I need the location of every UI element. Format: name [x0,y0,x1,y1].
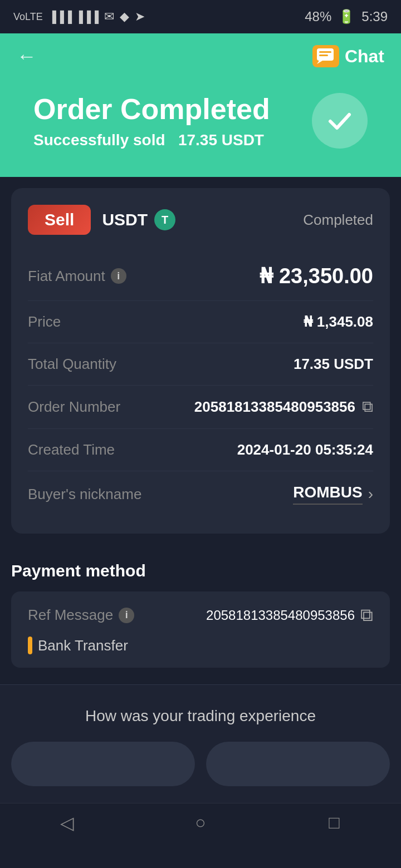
ref-message-info-icon[interactable]: i [119,608,134,623]
coin-label: USDT [102,210,148,229]
network-icons: ▐▐▐ ▐▐▐ [48,11,99,23]
yellow-bar-icon [28,637,32,654]
time-display: 5:39 [361,9,388,24]
chat-icon [312,45,339,67]
order-card: Sell USDT T Completed Fiat Amount i ₦ 23… [11,188,390,534]
status-left: VoLTE ▐▐▐ ▐▐▐ ✉ ◆ ➤ [13,9,145,24]
battery-icon: 🔋 [338,9,355,24]
fiat-amount-label: Fiat Amount i [28,268,126,285]
send-icon: ➤ [135,9,145,24]
buyer-nickname-row: Buyer's nickname ROMBUS › [28,471,373,517]
payment-card: Ref Message i 20581813385480953856 ⧉ Ban… [11,591,390,668]
buyer-nickname-label: Buyer's nickname [28,486,141,503]
payment-section: Payment method Ref Message i 20581813385… [0,545,401,679]
experience-title: How was your trading experience [11,707,390,725]
chat-label: Chat [345,46,384,67]
experience-section: How was your trading experience [0,684,401,803]
order-card-header: Sell USDT T Completed [28,205,373,235]
check-circle [312,93,368,149]
ref-message-value: 20581813385480953856 [206,608,355,623]
buyer-chevron-icon: › [368,485,373,503]
created-time-value: 2024-01-20 05:35:24 [237,441,373,458]
back-button[interactable]: ← [17,45,37,68]
mail-icon: ✉ [104,9,114,24]
order-number-value: 20581813385480953856 [194,398,355,416]
buyer-name: ROMBUS [293,484,362,505]
header: ← Chat Order Completed Successfully sold… [0,33,401,177]
volte-indicator: VoLTE [13,11,43,23]
ref-message-value-row: 20581813385480953856 ⧉ [206,605,373,625]
diamond-icon: ◆ [120,9,129,24]
order-completed-title: Order Completed [33,92,270,126]
svg-marker-1 [317,61,322,64]
order-banner: Order Completed Successfully sold 17.35 … [17,81,384,177]
ref-message-copy-icon[interactable]: ⧉ [360,605,373,625]
buyer-nickname-value-row[interactable]: ROMBUS › [293,484,373,505]
fiat-amount-value: ₦ 23,350.00 [260,264,373,288]
created-time-label: Created Time [28,441,115,458]
price-label: Price [28,313,61,331]
status-bar: VoLTE ▐▐▐ ▐▐▐ ✉ ◆ ➤ 48% 🔋 5:39 [0,0,401,33]
svg-rect-3 [319,55,328,56]
usdt-icon: T [154,209,175,230]
main-content: Sell USDT T Completed Fiat Amount i ₦ 23… [0,177,401,534]
order-completed-subtitle: Successfully sold 17.35 USDT [33,131,270,149]
bottom-nav: ◁ ○ □ [0,803,401,847]
order-number-copy-icon[interactable]: ⧉ [362,398,373,416]
total-quantity-row: Total Quantity 17.35 USDT [28,343,373,386]
created-time-row: Created Time 2024-01-20 05:35:24 [28,429,373,471]
coin-info: USDT T [102,209,175,230]
fiat-amount-row: Fiat Amount i ₦ 23,350.00 [28,251,373,301]
order-number-value-row: 20581813385480953856 ⧉ [194,398,373,416]
back-nav-button[interactable]: ◁ [50,806,84,840]
ref-message-row: Ref Message i 20581813385480953856 ⧉ [28,605,373,625]
battery-percent: 48% [305,9,331,24]
sell-badge: Sell [28,205,91,235]
price-row: Price ₦ 1,345.08 [28,301,373,343]
payment-section-title: Payment method [11,561,390,580]
order-number-label: Order Number [28,398,120,416]
order-number-row: Order Number 20581813385480953856 ⧉ [28,386,373,429]
ref-message-label: Ref Message i [28,606,134,624]
home-nav-button[interactable]: ○ [184,806,217,840]
price-value: ₦ 1,345.08 [304,313,373,331]
bank-transfer-badge: Bank Transfer [28,637,373,654]
svg-rect-2 [319,51,331,53]
fiat-amount-info-icon[interactable]: i [111,268,126,284]
status-right: 48% 🔋 5:39 [305,9,388,24]
total-quantity-value: 17.35 USDT [294,356,373,373]
experience-negative-button[interactable] [11,742,195,786]
chat-button[interactable]: Chat [312,45,384,67]
total-quantity-label: Total Quantity [28,356,116,373]
experience-positive-button[interactable] [206,742,390,786]
order-banner-text: Order Completed Successfully sold 17.35 … [33,92,270,149]
bank-transfer-label: Bank Transfer [38,637,128,654]
header-nav: ← Chat [17,45,384,81]
recents-nav-button[interactable]: □ [317,806,351,840]
experience-buttons [11,742,390,786]
completed-badge: Completed [303,211,373,229]
sold-amount: 17.35 USDT [178,131,264,149]
